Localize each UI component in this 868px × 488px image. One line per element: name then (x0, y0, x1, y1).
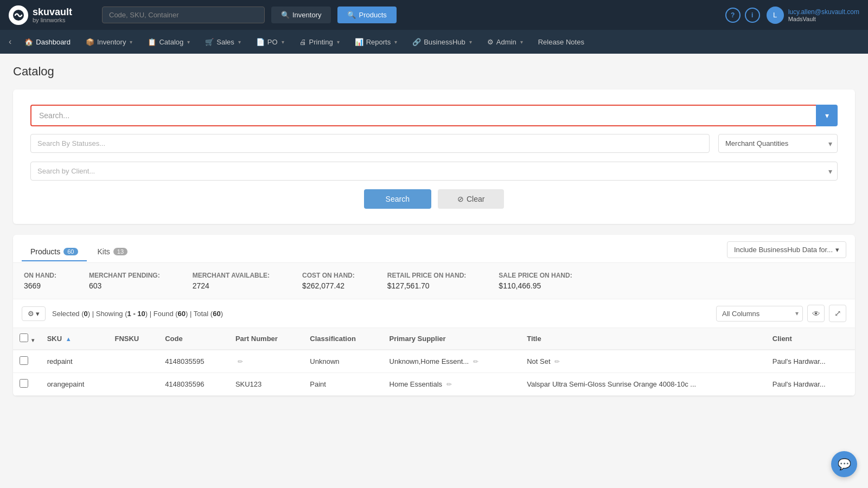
help-icons: ? i (725, 8, 760, 23)
stat-sale-price: Sale Price on Hand: $110,466.95 (499, 272, 572, 290)
supplier-2-edit-icon[interactable]: ✏ (446, 381, 452, 388)
sidebar-item-catalog[interactable]: 📋 Catalog ▾ (141, 35, 196, 49)
status-filter-input[interactable] (30, 134, 710, 153)
row-1-supplier: Unknown,Home Essent... ✏ (383, 350, 521, 373)
filter-icon: ⊘ (457, 195, 464, 203)
search-dropdown-btn[interactable]: ▾ (816, 105, 838, 126)
include-businesshub-btn[interactable]: Include BusinessHub Data for... ▾ (727, 241, 846, 258)
row-1-fnsku (108, 350, 158, 373)
col-title[interactable]: Title (520, 328, 766, 350)
po-dropdown-arrow: ▾ (282, 39, 284, 45)
tab-kits[interactable]: Kits 13 (89, 243, 137, 261)
sidebar-item-printing[interactable]: 🖨 Printing ▾ (293, 35, 346, 49)
sort-dropdown-icon[interactable]: ▾ (31, 337, 34, 343)
nav-back-btn[interactable]: ‹ (4, 35, 16, 49)
row-1-sku: redpaint (41, 350, 108, 373)
col-primary-supplier[interactable]: Primary Supplier (383, 328, 521, 350)
sidebar-item-businesshub[interactable]: 🔗 BusinessHub ▾ (406, 35, 478, 49)
results-panel: Products 60 Kits 13 Include BusinessHub … (13, 235, 855, 396)
row-2-code: 4148035596 (158, 373, 229, 396)
table-info: Selected (0) | Showing (1 - 10) | Found … (52, 310, 223, 318)
title-edit-icon[interactable]: ✏ (554, 358, 560, 365)
col-sku[interactable]: SKU ▲ (41, 328, 108, 350)
inventory-icon: 📦 (86, 38, 94, 46)
catalog-icon: 📋 (148, 38, 156, 46)
eye-icon: 👁 (812, 309, 820, 318)
nav-bar: ‹ 🏠 Dashboard 📦 Inventory ▾ 📋 Catalog ▾ … (0, 30, 868, 54)
sku-sort-arrow: ▲ (66, 336, 72, 342)
stats-row: On Hand: 3669 Merchant Pending: 603 Merc… (13, 263, 855, 299)
user-email: lucy.allen@skuvault.com (788, 8, 859, 16)
sidebar-item-po[interactable]: 📄 PO ▾ (250, 35, 291, 49)
sales-dropdown-arrow: ▾ (238, 39, 241, 45)
sidebar-item-inventory[interactable]: 📦 Inventory ▾ (79, 35, 139, 49)
stat-merchant-available: Merchant Available: 2724 (193, 272, 270, 290)
clear-button[interactable]: ⊘ Clear (438, 189, 504, 209)
col-code[interactable]: Code (158, 328, 229, 350)
products-tab-btn[interactable]: 🔍 Products (337, 7, 396, 23)
admin-dropdown-arrow: ▾ (520, 39, 523, 45)
logo-icon (9, 5, 28, 25)
stat-cost-on-hand: Cost on Hand: $262,077.42 (302, 272, 355, 290)
sidebar-item-release-notes[interactable]: Release Notes (532, 35, 591, 49)
search-icon: 🔍 (281, 11, 290, 19)
col-client[interactable]: Client (766, 328, 855, 350)
table-controls-right: All Columns 👁 ⤢ (716, 305, 846, 322)
sidebar-item-admin[interactable]: ⚙ Admin ▾ (481, 35, 529, 49)
expand-btn[interactable]: ⤢ (829, 305, 846, 322)
sidebar-item-reports[interactable]: 📊 Reports ▾ (348, 35, 404, 49)
search-input[interactable] (30, 105, 816, 126)
sidebar-item-sales[interactable]: 🛒 Sales ▾ (199, 35, 247, 49)
row-1-classification: Unknown (303, 350, 382, 373)
chevron-down-icon: ▾ (825, 111, 829, 120)
row-1-checkbox[interactable] (20, 356, 28, 365)
search-main-row: ▾ (30, 105, 838, 126)
row-2-sku: orangepaint (41, 373, 108, 396)
col-classification[interactable]: Classification (303, 328, 382, 350)
chevron-down-icon-include: ▾ (835, 246, 839, 254)
client-filter-row (30, 162, 838, 181)
search-filters-row: Merchant QuantitiesOn HandAvailable (30, 134, 838, 153)
select-all-col: ▾ (13, 328, 41, 350)
tabs-row-right: Include BusinessHub Data for... ▾ (727, 241, 846, 262)
help-icon-1[interactable]: ? (725, 8, 741, 23)
col-part-number[interactable]: Part Number (229, 328, 303, 350)
admin-icon: ⚙ (487, 38, 494, 46)
tabs-row: Products 60 Kits 13 Include BusinessHub … (13, 235, 855, 263)
col-fnsku[interactable]: FNSKU (108, 328, 158, 350)
sidebar-item-dashboard[interactable]: 🏠 Dashboard (18, 35, 77, 49)
row-2-checkbox[interactable] (20, 379, 28, 388)
user-area[interactable]: L lucy.allen@skuvault.com MadsVault (767, 7, 859, 24)
stat-retail-price: Retail Price on Hand: $127,561.70 (387, 272, 467, 290)
row-2-fnsku (108, 373, 158, 396)
gear-dropdown-arrow: ▾ (36, 310, 40, 318)
search-button[interactable]: Search (364, 189, 431, 209)
client-filter-input[interactable] (30, 162, 838, 181)
row-1-client: Paul's Hardwar... (766, 350, 855, 373)
part-number-edit-icon[interactable]: ✏ (238, 358, 243, 365)
row-2-client: Paul's Hardwar... (766, 373, 855, 396)
tab-products[interactable]: Products 60 (22, 243, 87, 261)
row-checkbox-cell-2 (13, 373, 41, 396)
row-2-title: Valspar Ultra Semi-Gloss Sunrise Orange … (520, 373, 766, 396)
quantity-select[interactable]: Merchant QuantitiesOn HandAvailable (718, 134, 838, 153)
gear-settings-btn[interactable]: ⚙ ▾ (22, 306, 46, 321)
stat-on-hand: On Hand: 3669 (24, 272, 56, 290)
catalog-dropdown-arrow: ▾ (187, 39, 190, 45)
printing-icon: 🖨 (299, 38, 307, 46)
row-1-part-number: ✏ (229, 350, 303, 373)
row-2-part-number: SKU123 (229, 373, 303, 396)
table-row: orangepaint 4148035596 SKU123 Paint Home… (13, 373, 855, 396)
help-icon-2[interactable]: i (745, 8, 760, 23)
client-select-wrapper (30, 162, 838, 181)
columns-select[interactable]: All Columns (716, 306, 803, 322)
select-all-checkbox[interactable] (20, 333, 28, 342)
products-count-badge: 60 (63, 248, 78, 255)
top-search-input[interactable] (102, 7, 265, 23)
supplier-edit-icon[interactable]: ✏ (473, 358, 478, 365)
inventory-tab-btn[interactable]: 🔍 Inventory (271, 7, 331, 23)
eye-view-btn[interactable]: 👁 (807, 305, 825, 322)
user-vault: MadsVault (788, 16, 859, 22)
search-panel: ▾ Merchant QuantitiesOn HandAvailable Se… (13, 89, 855, 224)
row-1-title: Not Set ✏ (520, 350, 766, 373)
